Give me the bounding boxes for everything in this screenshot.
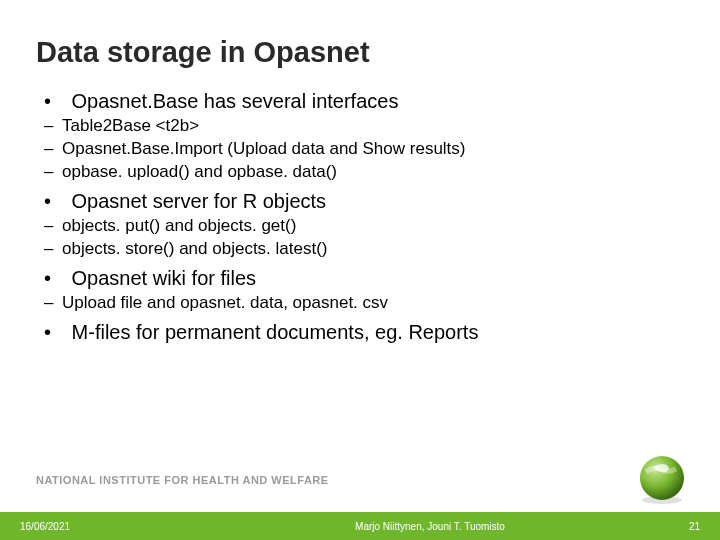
footer-authors: Marjo Niittynen, Jouni T. Tuomisto	[220, 521, 640, 532]
bullet-item: Opasnet wiki for files Upload file and o…	[44, 265, 680, 315]
slide-content: Opasnet.Base has several interfaces Tabl…	[44, 88, 680, 350]
sub-bullet: objects. store() and objects. latest()	[44, 238, 680, 261]
slide-title: Data storage in Opasnet	[36, 36, 370, 69]
sub-bullet: Table2Base <t2b>	[44, 115, 680, 138]
globe-icon	[634, 450, 690, 506]
sub-bullet: objects. put() and objects. get()	[44, 215, 680, 238]
footer-date: 16/06/2021	[0, 521, 220, 532]
footer-page-number: 21	[640, 521, 720, 532]
sub-bullet: opbase. upload() and opbase. data()	[44, 161, 680, 184]
organisation-label: NATIONAL INSTITUTE FOR HEALTH AND WELFAR…	[36, 474, 329, 486]
slide: Data storage in Opasnet Opasnet.Base has…	[0, 0, 720, 540]
bullet-item: M-files for permanent documents, eg. Rep…	[44, 319, 680, 346]
bullet-item: Opasnet server for R objects objects. pu…	[44, 188, 680, 261]
sub-bullet: Opasnet.Base.Import (Upload data and Sho…	[44, 138, 680, 161]
bullet-text: Opasnet.Base has several interfaces	[72, 88, 399, 115]
bullet-text: M-files for permanent documents, eg. Rep…	[72, 319, 479, 346]
bullet-text: Opasnet wiki for files	[72, 265, 257, 292]
bullet-text: Opasnet server for R objects	[72, 188, 327, 215]
sub-bullet: Upload file and opasnet. data, opasnet. …	[44, 292, 680, 315]
bullet-item: Opasnet.Base has several interfaces Tabl…	[44, 88, 680, 184]
svg-point-1	[640, 456, 684, 500]
footer-bar: 16/06/2021 Marjo Niittynen, Jouni T. Tuo…	[0, 512, 720, 540]
